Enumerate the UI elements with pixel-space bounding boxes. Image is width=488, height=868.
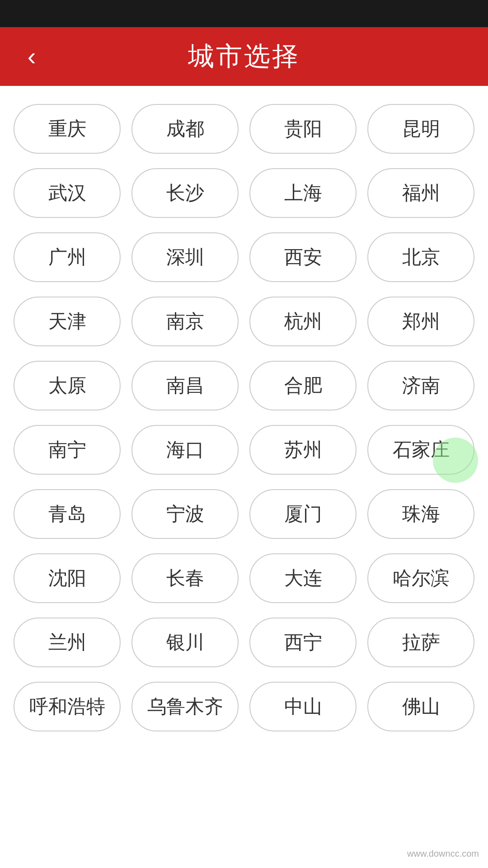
city-button-1[interactable]: 重庆 <box>14 104 121 154</box>
city-button-40[interactable]: 佛山 <box>367 682 474 731</box>
city-button-33[interactable]: 兰州 <box>14 618 121 667</box>
city-button-38[interactable]: 乌鲁木齐 <box>131 682 239 731</box>
city-button-19[interactable]: 合肥 <box>249 361 357 410</box>
city-button-34[interactable]: 银川 <box>131 618 239 667</box>
city-button-30[interactable]: 长春 <box>131 553 239 603</box>
city-button-37[interactable]: 呼和浩特 <box>14 682 121 731</box>
city-button-20[interactable]: 济南 <box>367 361 474 410</box>
city-button-6[interactable]: 长沙 <box>131 168 239 218</box>
city-button-11[interactable]: 西安 <box>249 232 357 282</box>
page-title: 城市选择 <box>188 39 300 74</box>
city-button-27[interactable]: 厦门 <box>249 489 357 539</box>
city-button-12[interactable]: 北京 <box>367 232 474 282</box>
city-button-23[interactable]: 苏州 <box>249 425 357 475</box>
city-button-26[interactable]: 宁波 <box>131 489 239 539</box>
city-button-13[interactable]: 天津 <box>14 297 121 346</box>
city-button-7[interactable]: 上海 <box>249 168 357 218</box>
city-button-31[interactable]: 大连 <box>249 553 357 603</box>
city-button-35[interactable]: 西宁 <box>249 618 357 667</box>
city-button-36[interactable]: 拉萨 <box>367 618 474 667</box>
header: ‹ 城市选择 <box>0 27 488 86</box>
back-icon: ‹ <box>28 44 36 69</box>
city-button-28[interactable]: 珠海 <box>367 489 474 539</box>
city-button-8[interactable]: 福州 <box>367 168 474 218</box>
city-button-5[interactable]: 武汉 <box>14 168 121 218</box>
city-button-21[interactable]: 南宁 <box>14 425 121 475</box>
city-button-16[interactable]: 郑州 <box>367 297 474 346</box>
city-button-3[interactable]: 贵阳 <box>249 104 357 154</box>
watermark: www.downcc.com <box>407 849 479 859</box>
city-button-29[interactable]: 沈阳 <box>14 553 121 603</box>
status-bar <box>0 0 488 27</box>
city-button-2[interactable]: 成都 <box>131 104 239 154</box>
city-button-32[interactable]: 哈尔滨 <box>367 553 474 603</box>
city-button-9[interactable]: 广州 <box>14 232 121 282</box>
city-button-4[interactable]: 昆明 <box>367 104 474 154</box>
city-button-18[interactable]: 南昌 <box>131 361 239 410</box>
city-button-15[interactable]: 杭州 <box>249 297 357 346</box>
city-button-24[interactable]: 石家庄 <box>367 425 474 475</box>
city-button-17[interactable]: 太原 <box>14 361 121 410</box>
city-button-14[interactable]: 南京 <box>131 297 239 346</box>
city-button-22[interactable]: 海口 <box>131 425 239 475</box>
city-button-10[interactable]: 深圳 <box>131 232 239 282</box>
city-button-25[interactable]: 青岛 <box>14 489 121 539</box>
back-button[interactable]: ‹ <box>18 43 45 70</box>
city-button-39[interactable]: 中山 <box>249 682 357 731</box>
city-grid: 重庆成都贵阳昆明武汉长沙上海福州广州深圳西安北京天津南京杭州郑州太原南昌合肥济南… <box>0 86 488 750</box>
